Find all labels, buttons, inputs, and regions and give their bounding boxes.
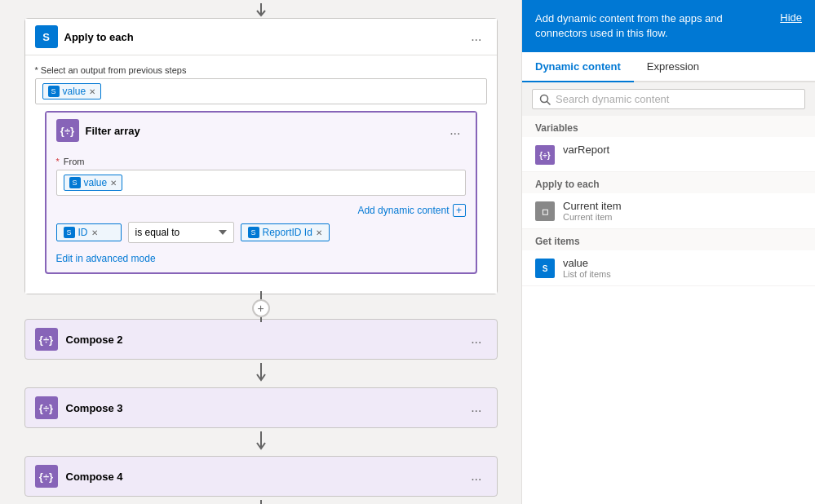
from-label: * From — [56, 157, 466, 166]
search-dynamic-content-input[interactable] — [556, 93, 798, 105]
condition-left-close[interactable]: ✕ — [91, 228, 98, 237]
svg-rect-2 — [260, 317, 262, 322]
condition-row: S ID ✕ is equal to is not equal to is gr… — [56, 222, 466, 243]
arrow-3-4 — [0, 428, 521, 456]
compose-2-title: Compose 2 — [66, 334, 123, 346]
apply-to-each-icon: S — [35, 25, 58, 48]
compose-4-icon: {÷} — [35, 465, 58, 488]
apply-to-each-token-input[interactable]: S value ✕ — [35, 78, 487, 104]
current-item-subtitle: Current item — [563, 212, 622, 222]
varReport-icon: {÷} — [535, 145, 555, 165]
search-input-wrapper — [532, 89, 805, 109]
variables-section-header: Variables — [522, 116, 815, 137]
filter-array-body: * From S value ✕ Add dynamic conte — [47, 148, 476, 272]
condition-left-token: S ID ✕ — [56, 223, 122, 241]
compose-2-icon: {÷} — [35, 328, 58, 351]
varReport-name: varReport — [563, 144, 609, 156]
arrow-4-5 — [0, 497, 521, 504]
flow-area: S Apply to each ... * Select an output f… — [0, 0, 521, 504]
apply-to-each-card: S Apply to each ... * Select an output f… — [24, 18, 498, 294]
compose-3-ellipsis[interactable]: ... — [466, 399, 486, 417]
from-token-icon: S — [69, 177, 81, 188]
get-items-section-header: Get items — [522, 229, 815, 250]
tab-dynamic-content[interactable]: Dynamic content — [522, 52, 634, 82]
compose-3-card: {÷} Compose 3 ... — [24, 387, 498, 428]
filter-array-section: {÷} Filter array ... * From S — [45, 111, 477, 274]
edit-advanced-link[interactable]: Edit in advanced mode — [56, 253, 156, 264]
panel-tabs: Dynamic content Expression — [522, 52, 815, 82]
arrow-2-3 — [0, 360, 521, 387]
compose-2-card: {÷} Compose 2 ... — [24, 319, 498, 360]
filter-array-icon: {÷} — [56, 119, 79, 142]
compose-3-title: Compose 3 — [66, 402, 123, 414]
condition-right-icon: S — [248, 227, 259, 238]
compose-2-ellipsis[interactable]: ... — [466, 330, 486, 348]
search-box-wrapper — [522, 82, 815, 116]
add-dynamic-plus-icon[interactable]: + — [453, 204, 466, 217]
varReport-item[interactable]: {÷} varReport — [522, 137, 815, 172]
from-row: * From S value ✕ — [56, 157, 466, 196]
compose-4-title: Compose 4 — [66, 471, 123, 483]
apply-to-each-ellipsis[interactable]: ... — [466, 28, 486, 46]
filter-array-ellipsis[interactable]: ... — [445, 122, 465, 139]
from-token-close[interactable]: ✕ — [110, 179, 117, 188]
svg-rect-1 — [260, 291, 262, 299]
hide-button[interactable]: Hide — [780, 11, 802, 24]
select-output-label: * Select an output from previous steps — [35, 65, 487, 75]
condition-operator-select[interactable]: is equal to is not equal to is greater t… — [128, 222, 234, 243]
from-token-input[interactable]: S value ✕ — [56, 170, 466, 196]
filter-array-title: Filter array — [86, 125, 140, 137]
add-action-connector: + — [0, 294, 521, 319]
token-icon: S — [48, 86, 60, 97]
panel-header: Add dynamic content from the apps and co… — [522, 0, 815, 52]
apply-to-each-header: S Apply to each ... — [25, 19, 497, 55]
token-close[interactable]: ✕ — [89, 87, 95, 96]
top-connector-arrow — [0, 0, 521, 18]
apply-to-each-title: Apply to each — [64, 31, 134, 43]
current-item-icon: ◻ — [535, 201, 555, 221]
panel-content: Variables {÷} varReport Apply to each ◻ … — [522, 116, 815, 504]
add-dynamic-content-row[interactable]: Add dynamic content + — [56, 204, 466, 217]
apply-to-each-body: * Select an output from previous steps S… — [25, 55, 497, 294]
from-value-token: S value ✕ — [64, 175, 123, 191]
value-item[interactable]: S value List of items — [522, 250, 815, 286]
apply-to-each-section-header: Apply to each — [522, 172, 815, 193]
value-item-icon: S — [535, 259, 555, 278]
value-item-subtitle: List of items — [563, 269, 611, 279]
filter-array-header: {÷} Filter array ... — [47, 113, 476, 148]
dynamic-content-panel: Add dynamic content from the apps and co… — [521, 0, 815, 504]
value-token: S value ✕ — [42, 83, 102, 99]
compose-3-icon: {÷} — [35, 396, 58, 419]
condition-right-token: S ReportID Id ✕ — [241, 223, 330, 241]
add-step-button[interactable]: + — [252, 299, 270, 317]
compose-4-card: {÷} Compose 4 ... — [24, 456, 498, 497]
add-dynamic-label: Add dynamic content — [357, 205, 449, 216]
search-icon — [539, 94, 551, 105]
current-item-name: Current item — [563, 200, 622, 212]
tab-expression[interactable]: Expression — [634, 52, 712, 82]
current-item-item[interactable]: ◻ Current item Current item — [522, 193, 815, 229]
svg-line-7 — [547, 101, 551, 104]
compose-4-ellipsis[interactable]: ... — [466, 467, 486, 485]
condition-right-close[interactable]: ✕ — [316, 228, 322, 237]
condition-left-icon: S — [64, 227, 75, 238]
panel-header-text: Add dynamic content from the apps and co… — [535, 11, 770, 41]
value-item-name: value — [563, 257, 611, 269]
